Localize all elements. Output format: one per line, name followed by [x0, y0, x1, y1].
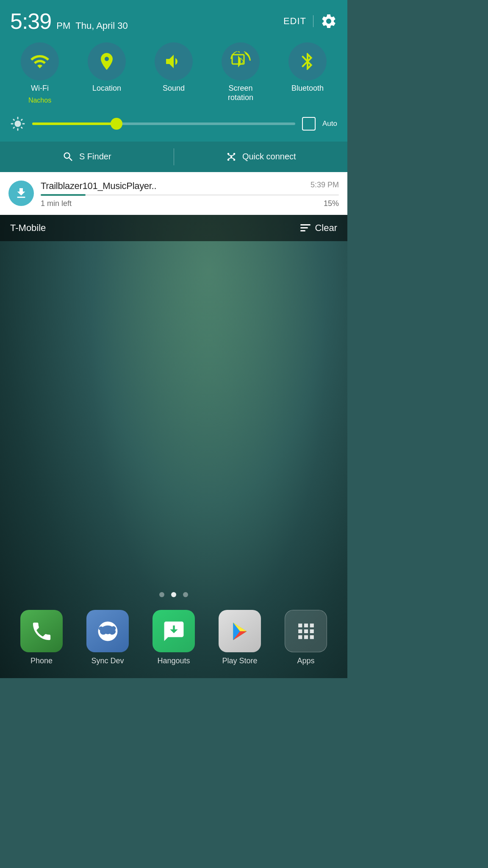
search-icon — [62, 151, 74, 163]
dock-item-hangouts[interactable]: Hangouts — [146, 610, 201, 665]
phone-icon — [20, 610, 63, 652]
wifi-icon — [30, 51, 50, 72]
phone-label: Phone — [30, 657, 53, 665]
syncdev-icon — [86, 610, 129, 652]
notification-content: Trailblazer101_MusicPlayer.. 5:39 PM 1 m… — [41, 181, 339, 208]
clear-line-2 — [300, 227, 308, 228]
wifi-label: Wi-Fi — [31, 84, 49, 93]
dock-area: Phone Sync Dev Hangouts — [0, 592, 347, 678]
sound-label: Sound — [163, 84, 185, 93]
dot-3 — [183, 592, 188, 597]
location-label: Location — [92, 84, 121, 93]
notification-card[interactable]: Trailblazer101_MusicPlayer.. 5:39 PM 1 m… — [0, 172, 347, 215]
brightness-row: Auto — [10, 113, 337, 135]
dot-1 — [159, 592, 164, 597]
svg-point-2 — [227, 153, 230, 155]
toggle-bluetooth[interactable]: Bluetooth — [278, 42, 337, 104]
header-actions: EDIT — [283, 13, 337, 30]
time-date: 5:39 PM Thu, April 30 — [10, 8, 128, 34]
notification-icon — [8, 181, 34, 206]
notification-footer: 1 min left 15% — [41, 199, 339, 208]
notification-title: Trailblazer101_MusicPlayer.. — [41, 181, 156, 192]
sound-icon — [164, 51, 184, 72]
svg-line-8 — [228, 158, 231, 159]
quick-connect-icon — [225, 151, 237, 163]
wifi-circle — [21, 42, 59, 81]
rotation-label: Screen rotation — [228, 84, 253, 102]
dock-item-syncdev[interactable]: Sync Dev — [80, 610, 135, 665]
quick-connect-label: Quick connect — [242, 152, 296, 161]
dock: Phone Sync Dev Hangouts — [0, 610, 347, 665]
clear-line-1 — [300, 224, 311, 225]
bluetooth-circle — [288, 42, 327, 81]
clear-button[interactable]: Clear — [300, 223, 337, 234]
toggle-location[interactable]: Location — [77, 42, 136, 104]
location-circle — [88, 42, 126, 81]
clear-label: Clear — [315, 223, 337, 234]
svg-point-3 — [233, 153, 236, 155]
svg-point-5 — [233, 159, 236, 161]
date-display: Thu, April 30 — [75, 20, 128, 31]
sound-circle — [155, 42, 193, 81]
edit-button[interactable]: EDIT — [283, 16, 306, 27]
svg-line-9 — [231, 158, 234, 159]
clock-ampm: PM — [56, 20, 70, 31]
dock-item-apps[interactable]: Apps — [278, 610, 333, 665]
s-finder-button[interactable]: S Finder — [0, 142, 174, 172]
svg-line-7 — [231, 155, 234, 156]
home-screen-dots — [0, 592, 347, 597]
svg-point-4 — [227, 159, 230, 161]
quick-settings: 5:39 PM Thu, April 30 EDIT — [0, 0, 347, 142]
clear-line-3 — [300, 230, 305, 231]
bluetooth-icon — [297, 51, 318, 72]
toggle-wifi[interactable]: Wi-Fi Nachos — [10, 42, 69, 104]
carrier-name: T-Mobile — [10, 223, 46, 234]
rotation-circle — [222, 42, 260, 81]
svg-point-1 — [230, 156, 233, 158]
dot-2 — [171, 592, 176, 597]
settings-icon[interactable] — [320, 13, 337, 30]
syncdev-label: Sync Dev — [91, 657, 124, 665]
rotation-icon — [230, 51, 251, 72]
notification-header: Trailblazer101_MusicPlayer.. 5:39 PM — [41, 181, 339, 192]
download-progress-bar — [41, 194, 339, 196]
notification-time: 5:39 PM — [311, 181, 339, 189]
bluetooth-label: Bluetooth — [291, 84, 324, 93]
finder-bar: S Finder Quick connect — [0, 142, 347, 172]
hangouts-icon — [152, 610, 195, 652]
auto-brightness-toggle[interactable] — [302, 117, 316, 131]
playstore-label: Play Store — [222, 657, 257, 665]
apps-label: Apps — [297, 657, 314, 665]
brightness-icon — [10, 116, 25, 131]
clear-icon — [300, 224, 311, 232]
svg-line-6 — [228, 155, 231, 156]
wifi-sublabel: Nachos — [28, 97, 51, 104]
status-bar: 5:39 PM Thu, April 30 EDIT — [10, 8, 337, 34]
quick-connect-button[interactable]: Quick connect — [174, 142, 348, 172]
toggle-sound[interactable]: Sound — [144, 42, 203, 104]
brightness-fill — [32, 122, 116, 125]
quick-toggles-row: Wi-Fi Nachos Location Soun — [10, 42, 337, 104]
download-progress-fill — [41, 194, 86, 196]
toggle-rotation[interactable]: Screen rotation — [211, 42, 270, 104]
carrier-bar: T-Mobile Clear — [0, 215, 347, 241]
download-percent: 15% — [324, 199, 339, 208]
download-icon — [14, 186, 28, 200]
time-remaining: 1 min left — [41, 199, 72, 208]
dock-item-phone[interactable]: Phone — [14, 610, 69, 665]
notification-panel: 5:39 PM Thu, April 30 EDIT — [0, 0, 347, 241]
header-divider — [313, 15, 313, 27]
brightness-thumb — [111, 118, 122, 130]
location-icon — [97, 51, 117, 72]
apps-icon — [285, 610, 327, 652]
playstore-icon — [219, 610, 261, 652]
dock-item-playstore[interactable]: Play Store — [212, 610, 267, 665]
auto-label: Auto — [322, 120, 337, 128]
s-finder-label: S Finder — [79, 152, 111, 161]
hangouts-label: Hangouts — [157, 657, 190, 665]
brightness-slider[interactable] — [32, 122, 295, 125]
clock-time: 5:39 — [10, 8, 51, 34]
